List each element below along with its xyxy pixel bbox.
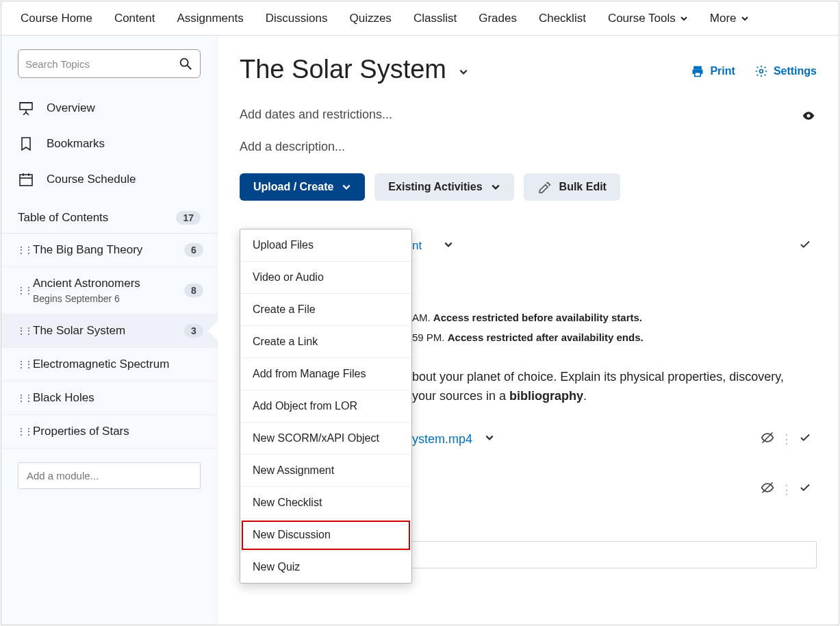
drag-handle-icon[interactable] [16, 326, 25, 336]
add-dates-text: Add dates and restrictions... [240, 108, 392, 121]
svg-rect-2 [20, 103, 32, 110]
toc-item-black-holes[interactable]: Black Holes [1, 381, 217, 415]
menu-add-lor[interactable]: Add Object from LOR [240, 390, 411, 423]
print-label: Print [710, 65, 735, 77]
print-icon [691, 64, 704, 78]
menu-new-discussion[interactable]: New Discussion [240, 519, 411, 551]
toc-item-label: Electromagnetic Spectrum [33, 358, 203, 371]
nav-course-home[interactable]: Course Home [10, 1, 103, 35]
nav-quizzes[interactable]: Quizzes [338, 1, 402, 35]
hidden-icon[interactable] [761, 431, 774, 448]
page-title-text: The Solar System [240, 55, 446, 84]
visibility-icon[interactable] [802, 109, 815, 126]
desc-line-1: bout your planet of choice. Explain its … [412, 370, 784, 384]
nav-grades[interactable]: Grades [468, 1, 528, 35]
search-input[interactable] [25, 58, 178, 70]
toc-header[interactable]: Table of Contents 17 [1, 197, 217, 234]
check-icon[interactable] [799, 481, 811, 497]
restrict-msg-1: Access restricted before availability st… [433, 312, 642, 323]
edit-icon [537, 180, 551, 194]
menu-create-file[interactable]: Create a File [240, 294, 411, 326]
drag-handle-icon[interactable] [16, 427, 25, 436]
content-file-partial[interactable]: ystem.mp4 [412, 432, 472, 447]
sidebar-overview[interactable]: Overview [1, 90, 217, 126]
drag-handle-icon[interactable] [16, 360, 25, 369]
toc-item-label: Black Holes [33, 391, 203, 405]
nav-more-label: More [710, 12, 737, 25]
upload-create-menu: Upload Files Video or Audio Create a Fil… [240, 229, 412, 584]
menu-new-quiz[interactable]: New Quiz [240, 551, 411, 583]
nav-more[interactable]: More [699, 1, 760, 35]
existing-activities-label: Existing Activities [388, 181, 482, 193]
menu-video-audio[interactable]: Video or Audio [240, 262, 411, 294]
nav-assignments[interactable]: Assignments [166, 1, 254, 35]
add-module-input[interactable] [18, 462, 201, 489]
settings-button[interactable]: Settings [754, 64, 817, 78]
svg-rect-7 [20, 175, 32, 186]
content-link-partial: nt [412, 239, 422, 253]
toc-item-big-bang[interactable]: The Big Bang Theory 6 [1, 234, 217, 267]
sidebar-overview-label: Overview [47, 101, 95, 115]
upload-create-button[interactable]: Upload / Create [240, 173, 365, 201]
chevron-down-icon[interactable] [444, 239, 453, 253]
menu-add-manage-files[interactable]: Add from Manage Files [240, 358, 411, 390]
drag-handle-icon[interactable] [16, 286, 25, 295]
drag-handle-icon[interactable] [16, 393, 25, 403]
more-icon[interactable]: ⋮ [780, 482, 792, 497]
add-dates-link[interactable]: Add dates and restrictions... [240, 108, 817, 122]
toc-item-label: Properties of Stars [33, 425, 203, 438]
settings-label: Settings [774, 65, 817, 77]
toc-item-sublabel: Begins September 6 [33, 293, 176, 304]
menu-create-link[interactable]: Create a Link [240, 326, 411, 358]
chevron-down-icon [680, 14, 688, 23]
more-icon[interactable]: ⋮ [780, 431, 792, 447]
toc-count-badge: 17 [176, 211, 201, 225]
check-icon[interactable] [799, 238, 811, 254]
restrict-msg-2: Access restricted after availability end… [448, 331, 644, 343]
chevron-down-icon[interactable] [459, 66, 468, 80]
drag-handle-icon[interactable] [16, 245, 25, 255]
toc-item-label: The Big Bang Theory [33, 243, 176, 257]
bulk-edit-button[interactable]: Bulk Edit [524, 173, 620, 201]
chevron-down-icon [491, 182, 500, 192]
nav-classlist[interactable]: Classlist [403, 1, 468, 35]
sidebar-bookmarks-label: Bookmarks [47, 137, 105, 151]
chevron-down-icon[interactable] [485, 432, 494, 446]
toc-item-ancient-astronomers[interactable]: Ancient Astronomers Begins September 6 8 [1, 267, 217, 314]
nav-checklist[interactable]: Checklist [528, 1, 597, 35]
upload-create-menu-scroll[interactable]: Upload Files Video or Audio Create a Fil… [240, 229, 411, 583]
nav-discussions[interactable]: Discussions [255, 1, 339, 35]
svg-rect-13 [695, 73, 700, 77]
page-title[interactable]: The Solar System [240, 55, 468, 84]
svg-point-14 [759, 70, 763, 73]
nav-content[interactable]: Content [103, 1, 166, 35]
desc-strong: bibliography [509, 389, 583, 403]
menu-upload-files[interactable]: Upload Files [240, 229, 411, 262]
check-icon[interactable] [799, 431, 811, 447]
menu-new-assignment[interactable]: New Assignment [240, 455, 411, 487]
restrict-time-2: 59 PM. [412, 331, 445, 343]
hidden-icon[interactable] [761, 481, 774, 498]
presentation-icon [18, 100, 34, 116]
add-description-link[interactable]: Add a description... [240, 140, 817, 154]
sidebar-bookmarks[interactable]: Bookmarks [1, 126, 217, 162]
menu-new-scorm[interactable]: New SCORM/xAPI Object [240, 423, 411, 455]
toc-item-solar-system[interactable]: The Solar System 3 [1, 314, 217, 348]
sidebar-schedule[interactable]: Course Schedule [1, 162, 217, 197]
toc-item-em-spectrum[interactable]: Electromagnetic Spectrum [1, 348, 217, 381]
top-nav: Course Home Content Assignments Discussi… [1, 1, 839, 36]
svg-rect-11 [694, 66, 702, 70]
existing-activities-button[interactable]: Existing Activities [374, 173, 513, 201]
print-button[interactable]: Print [691, 64, 735, 78]
menu-new-checklist[interactable]: New Checklist [240, 487, 411, 519]
toc-item-count: 6 [184, 243, 203, 257]
nav-course-tools[interactable]: Course Tools [597, 1, 699, 35]
bulk-edit-label: Bulk Edit [559, 181, 607, 193]
toc-item-properties-stars[interactable]: Properties of Stars [1, 415, 217, 449]
toc-label: Table of Contents [18, 211, 108, 225]
upload-create-label: Upload / Create [253, 181, 333, 193]
sidebar: Overview Bookmarks Course Schedule Table… [1, 36, 218, 625]
toc-item-label: Ancient Astronomers [33, 277, 176, 290]
search-icon[interactable] [178, 56, 193, 71]
bookmark-icon [18, 136, 34, 152]
